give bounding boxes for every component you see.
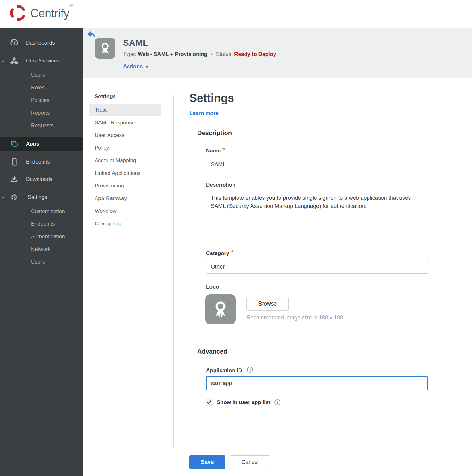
app-title: SAML xyxy=(123,38,148,48)
page-root: Centrify® Dashboards xyxy=(0,0,472,476)
sidebar-item-endpoints[interactable]: Endpoints xyxy=(0,156,83,168)
description-label: Description xyxy=(206,182,236,188)
application-id-field[interactable] xyxy=(206,376,428,390)
info-icon[interactable] xyxy=(274,399,281,406)
show-in-app-list-row: Show in user app list xyxy=(206,399,281,406)
caret-down-icon: ▼ xyxy=(145,64,149,69)
tab-provisioning[interactable]: Provisioning xyxy=(89,180,161,192)
core-services-icon xyxy=(10,57,18,65)
tab-changelog[interactable]: Changelog xyxy=(89,218,161,229)
meta-separator: • xyxy=(209,51,215,57)
apps-icon xyxy=(10,140,18,148)
tab-policy[interactable]: Policy xyxy=(89,142,161,154)
tab-workflow[interactable]: Workflow xyxy=(89,205,161,217)
show-in-app-list-label: Show in user app list xyxy=(217,399,270,406)
sidebar-item-settings[interactable]: ⚙ Settings xyxy=(0,191,83,204)
top-header: Centrify® xyxy=(0,0,472,28)
registered-mark: ® xyxy=(69,3,72,8)
logo-preview xyxy=(205,294,236,324)
sidebar-item-label: Core Services xyxy=(26,58,60,64)
sidebar-item-network[interactable]: Network xyxy=(31,246,50,253)
description-section-heading: Description xyxy=(197,129,232,137)
tab-account-mapping[interactable]: Account Mapping xyxy=(89,155,161,166)
application-id-label: Application ID xyxy=(206,366,253,374)
advanced-section-heading: Advanced xyxy=(197,348,227,355)
status-badge: Ready to Deploy xyxy=(234,51,276,57)
show-in-app-list-checkbox[interactable] xyxy=(206,399,212,406)
app-meta-line: Type: Web - SAML + Provisioning • Status… xyxy=(123,51,276,57)
tab-linked-applications[interactable]: Linked Applications xyxy=(89,167,161,179)
centrify-logo-icon xyxy=(9,4,27,23)
sidebar-item-roles[interactable]: Roles xyxy=(31,85,44,91)
tab-app-gateway[interactable]: App Gateway xyxy=(89,193,161,204)
name-field[interactable] xyxy=(206,158,428,171)
gauge-icon xyxy=(10,39,18,47)
status-label: Status: xyxy=(216,51,233,57)
sidebar-item-label: Endpoints xyxy=(26,159,50,165)
type-label: Type: xyxy=(123,51,136,57)
type-value: Web - SAML + Provisioning xyxy=(138,51,207,57)
tab-saml-response[interactable]: SAML Response xyxy=(89,117,161,128)
sidebar-item-authentication[interactable]: Authentication xyxy=(31,234,65,240)
sidebar-item-label: Downloads xyxy=(26,176,52,182)
browse-button[interactable]: Browse xyxy=(246,297,289,311)
app-logo-icon xyxy=(95,38,115,59)
app-header-band: SAML Type: Web - SAML + Provisioning • S… xyxy=(83,28,472,78)
description-field[interactable]: This template enables you to provide sin… xyxy=(206,191,428,240)
tab-trust[interactable]: Trust xyxy=(89,104,161,116)
tab-user-access[interactable]: User Access xyxy=(89,129,161,141)
actions-dropdown[interactable]: Actions▼ xyxy=(123,63,149,70)
required-asterisk: * xyxy=(231,249,233,256)
award-ribbon-icon xyxy=(210,299,231,320)
sidebar-item-apps[interactable]: Apps xyxy=(0,137,83,151)
subnav-header: Settings xyxy=(95,93,116,100)
sidebar-item-core-services[interactable]: Core Services xyxy=(0,55,83,67)
required-asterisk: * xyxy=(222,146,225,153)
info-icon[interactable] xyxy=(247,366,253,373)
brand-name: Centrify® xyxy=(30,7,72,20)
device-icon xyxy=(10,158,18,166)
name-label: Name* xyxy=(206,147,225,154)
save-button[interactable]: Save xyxy=(189,455,225,469)
sidebar-item-downloads[interactable]: Downloads xyxy=(0,173,83,186)
sidebar-item-label: Settings xyxy=(28,194,47,200)
actions-label: Actions xyxy=(123,63,143,69)
page-title: Settings xyxy=(189,92,234,105)
sidebar-item-dashboards[interactable]: Dashboards xyxy=(0,37,83,49)
sidebar-item-label: Dashboards xyxy=(26,40,55,46)
learn-more-link[interactable]: Learn more xyxy=(189,110,219,116)
sidebar-item-users-settings[interactable]: Users xyxy=(31,259,45,265)
category-label: Category* xyxy=(206,250,233,257)
logo-size-hint: Recommended image size is 180 x 180 xyxy=(246,314,343,321)
sidebar-item-customization[interactable]: Customization xyxy=(31,208,65,215)
sidebar-item-users[interactable]: Users xyxy=(31,72,45,78)
download-icon xyxy=(10,175,18,183)
brand-logo: Centrify® xyxy=(9,4,72,23)
back-arrow-icon[interactable] xyxy=(87,31,95,38)
sidebar-item-endpoints-settings[interactable]: Endpoints xyxy=(31,221,55,227)
sidebar-item-requests[interactable]: Requests xyxy=(31,122,54,129)
vertical-divider xyxy=(173,95,174,447)
gear-icon: ⚙ xyxy=(10,193,18,201)
sidebar-item-label: Apps xyxy=(26,141,39,147)
sidebar-item-policies[interactable]: Policies xyxy=(31,97,50,104)
logo-label: Logo xyxy=(206,284,219,290)
sidebar-item-reports[interactable]: Reports xyxy=(31,110,50,116)
sidebar: Dashboards Core Services Users Roles Pol… xyxy=(0,28,83,476)
cancel-button[interactable]: Cancel xyxy=(230,455,270,469)
category-field[interactable] xyxy=(206,260,428,274)
